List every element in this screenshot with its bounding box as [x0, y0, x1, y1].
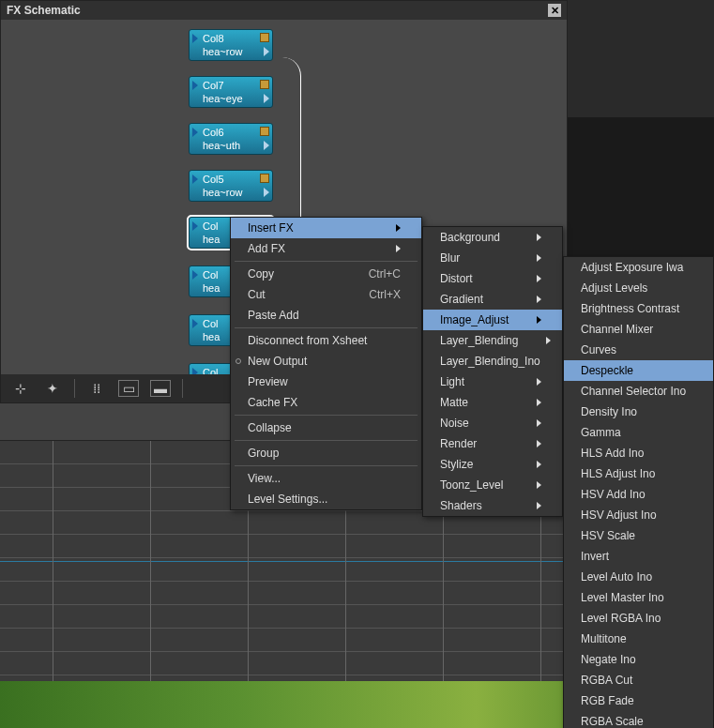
menu-item-despeckle[interactable]: Despeckle — [564, 360, 713, 381]
menu-item-gradient[interactable]: Gradient — [423, 289, 562, 310]
menu-item-label: Image_Adjust — [440, 313, 509, 326]
node-subtitle: hea~eye — [203, 92, 259, 105]
menu-item-blur[interactable]: Blur — [423, 248, 562, 268]
submenu-arrow-icon — [537, 275, 541, 282]
menu-item-toonz-level[interactable]: Toonz_Level — [423, 475, 562, 495]
menu-item-stylize[interactable]: Stylize — [423, 454, 562, 475]
node-col6[interactable]: Col6hea~uth — [189, 123, 273, 155]
menu-item-collapse[interactable]: Collapse — [231, 417, 421, 438]
fit-icon[interactable]: ⊹ — [10, 380, 31, 397]
menu-item-channel-mixer[interactable]: Channel Mixer — [564, 319, 713, 340]
menu-item-level-master-ino[interactable]: Level Master Ino — [564, 587, 713, 608]
menu-item-label: Paste Add — [248, 309, 299, 322]
menu-item-negate-ino[interactable]: Negate Ino — [564, 649, 713, 670]
menu-item-label: Toonz_Level — [440, 478, 503, 492]
menu-item-group[interactable]: Group — [231, 443, 421, 463]
menu-item-shaders[interactable]: Shaders — [423, 495, 562, 516]
input-port-icon[interactable] — [192, 174, 198, 184]
output-port-icon[interactable] — [264, 188, 269, 197]
output-port-icon[interactable] — [264, 94, 269, 103]
menu-item-adjust-levels[interactable]: Adjust Levels — [564, 278, 713, 298]
submenu-arrow-icon — [546, 337, 551, 344]
input-port-icon[interactable] — [192, 81, 198, 90]
close-icon[interactable]: ✕ — [548, 4, 561, 17]
image-adjust-submenu: Adjust Exposure IwaAdjust LevelsBrightne… — [563, 256, 714, 728]
input-port-icon[interactable] — [192, 319, 198, 328]
menu-item-noise[interactable]: Noise — [423, 413, 562, 433]
menu-item-layer-blending-ino[interactable]: Layer_Blending_Ino — [423, 351, 562, 372]
view-small-icon[interactable]: ▬ — [150, 380, 171, 397]
menu-item-rgb-fade[interactable]: RGB Fade — [564, 690, 713, 711]
menu-item-new-output[interactable]: New Output — [231, 351, 421, 372]
menu-item-image-adjust[interactable]: Image_Adjust — [423, 310, 562, 330]
menu-item-brightness-contrast[interactable]: Brightness Contrast — [564, 298, 713, 319]
input-port-icon[interactable] — [192, 34, 198, 43]
menu-item-background[interactable]: Background — [423, 227, 562, 248]
thumbnail-icon[interactable] — [260, 33, 269, 42]
menu-item-hsv-add-ino[interactable]: HSV Add Ino — [564, 484, 713, 505]
menu-item-matte[interactable]: Matte — [423, 392, 562, 413]
menu-item-hls-add-ino[interactable]: HLS Add Ino — [564, 443, 713, 463]
divider — [182, 379, 183, 398]
thumbnail-icon[interactable] — [260, 174, 269, 183]
menu-item-distort[interactable]: Distort — [423, 268, 562, 289]
menu-item-density-ino[interactable]: Density Ino — [564, 402, 713, 422]
menu-item-label: HSV Scale — [581, 529, 635, 542]
menu-item-curves[interactable]: Curves — [564, 340, 713, 360]
menu-item-add-fx[interactable]: Add FX — [231, 238, 421, 259]
menu-separator — [235, 327, 418, 328]
menu-item-level-rgba-ino[interactable]: Level RGBA Ino — [564, 608, 713, 629]
menu-item-channel-selector-ino[interactable]: Channel Selector Ino — [564, 381, 713, 402]
menu-item-layer-blending[interactable]: Layer_Blending — [423, 330, 562, 351]
menu-item-disconnect-from-xsheet[interactable]: Disconnect from Xsheet — [231, 330, 421, 351]
titlebar[interactable]: FX Schematic ✕ — [1, 1, 567, 20]
menu-item-hsv-scale[interactable]: HSV Scale — [564, 525, 713, 546]
center-icon[interactable]: ✦ — [42, 380, 63, 397]
divider — [74, 379, 75, 398]
node-title: Col7 — [203, 79, 259, 92]
menu-item-light[interactable]: Light — [423, 372, 562, 392]
menu-item-adjust-exposure-iwa[interactable]: Adjust Exposure Iwa — [564, 257, 713, 278]
menu-item-label: Gradient — [440, 293, 483, 306]
menu-item-paste-add[interactable]: Paste Add — [231, 305, 421, 326]
menu-item-invert[interactable]: Invert — [564, 546, 713, 567]
input-port-icon[interactable] — [192, 270, 198, 280]
input-port-icon[interactable] — [192, 221, 198, 231]
view-large-icon[interactable]: ▭ — [118, 380, 139, 397]
menu-item-render[interactable]: Render — [423, 433, 562, 454]
menu-item-view-[interactable]: View... — [231, 468, 421, 489]
node-col7[interactable]: Col7hea~eye — [189, 76, 273, 108]
menu-item-hls-adjust-ino[interactable]: HLS Adjust Ino — [564, 463, 713, 484]
menu-item-label: Gamma — [581, 426, 621, 439]
output-port-icon[interactable] — [264, 141, 269, 150]
menu-item-label: Add FX — [248, 242, 285, 255]
menu-separator — [235, 261, 418, 262]
menu-item-rgba-cut[interactable]: RGBA Cut — [564, 670, 713, 690]
menu-item-label: HLS Add Ino — [581, 447, 644, 460]
node-col8[interactable]: Col8hea~row — [189, 29, 273, 61]
menu-item-level-settings-[interactable]: Level Settings... — [231, 489, 421, 509]
menu-item-gamma[interactable]: Gamma — [564, 422, 713, 443]
output-port-icon[interactable] — [264, 47, 269, 56]
grid-icon[interactable]: ⁞⁞ — [86, 380, 107, 397]
submenu-arrow-icon — [537, 502, 541, 509]
menu-item-level-auto-ino[interactable]: Level Auto Ino — [564, 567, 713, 587]
menu-item-multitone[interactable]: Multitone — [564, 629, 713, 649]
menu-separator — [235, 440, 418, 441]
menu-item-rgba-scale[interactable]: RGBA Scale — [564, 711, 713, 728]
thumbnail-icon[interactable] — [260, 80, 269, 89]
menu-item-insert-fx[interactable]: Insert FX — [231, 218, 421, 238]
menu-item-cut[interactable]: CutCtrl+X — [231, 284, 421, 305]
menu-item-label: RGB Fade — [581, 694, 634, 707]
menu-item-label: HLS Adjust Ino — [581, 467, 655, 480]
thumbnail-icon[interactable] — [260, 127, 269, 136]
timeline-gridline — [53, 441, 53, 681]
menu-item-hsv-adjust-ino[interactable]: HSV Adjust Ino — [564, 505, 713, 525]
menu-item-cache-fx[interactable]: Cache FX — [231, 392, 421, 413]
menu-item-label: Render — [440, 437, 477, 450]
submenu-arrow-icon — [537, 254, 541, 262]
menu-item-preview[interactable]: Preview — [231, 372, 421, 392]
input-port-icon[interactable] — [192, 128, 198, 137]
node-col5[interactable]: Col5hea~row — [189, 170, 273, 202]
menu-item-copy[interactable]: CopyCtrl+C — [231, 264, 421, 284]
